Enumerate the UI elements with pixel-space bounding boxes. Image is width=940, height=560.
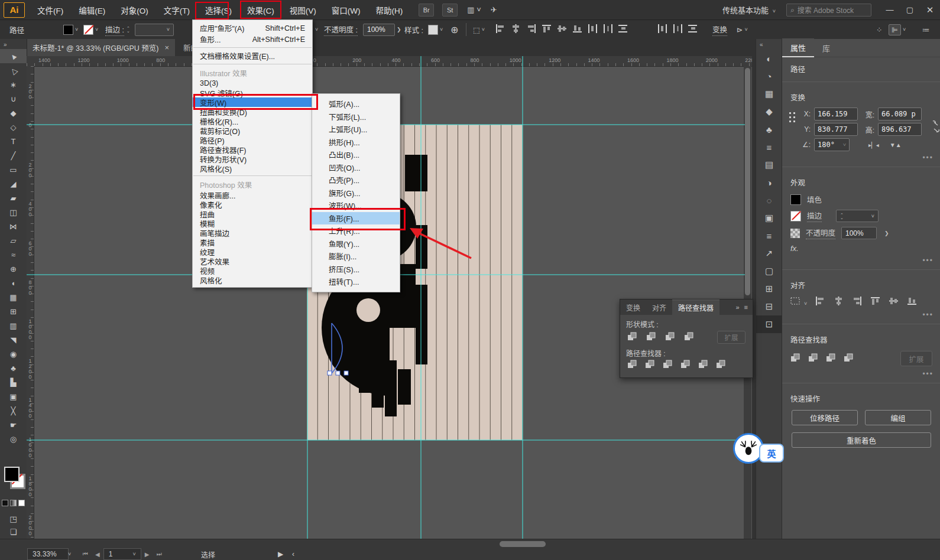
stroke-panel-icon[interactable]: ≡ (756, 138, 782, 156)
type-tool[interactable]: T (0, 134, 27, 148)
drawing-mode-icon[interactable]: ◳ (0, 512, 27, 526)
expand-button[interactable]: 扩展 (717, 331, 745, 344)
bounding-box-icon[interactable]: ⬚˅ (473, 20, 485, 39)
submenu-item-旗形(G)...[interactable]: 旗形(G)... (312, 187, 400, 200)
close-tab-icon[interactable]: × (164, 43, 169, 52)
transform-panel-icon[interactable]: ⊞ (756, 280, 782, 298)
fill-color-control[interactable]: ˅ (63, 20, 78, 39)
align-t-button[interactable] (542, 24, 552, 35)
graphic-styles-panel-icon[interactable]: ▣ (756, 209, 782, 227)
shape-mode-minus-front[interactable] (808, 353, 818, 364)
stroke-color-control[interactable]: ˅ (83, 20, 98, 39)
style-select[interactable]: ˅ (428, 20, 443, 39)
distribute-d3-button[interactable] (688, 24, 698, 35)
dock-collapse-icon[interactable]: « (756, 39, 782, 50)
magic-wand-tool[interactable]: ∗ (0, 77, 27, 92)
align-r-button[interactable] (526, 24, 536, 35)
shape-mode-exclude[interactable] (684, 332, 693, 343)
opacity-field[interactable]: 100%❯ (363, 20, 401, 39)
distribute-d1-button[interactable] (657, 24, 667, 35)
style-swatch[interactable] (428, 25, 438, 35)
align-l-button[interactable] (815, 297, 825, 307)
rectangle-tool[interactable]: ▭ (0, 162, 27, 177)
tab-libraries[interactable]: 库 (814, 39, 838, 57)
submenu-item-波形(W)...[interactable]: 波形(W)... (312, 199, 400, 212)
arrange-documents-icon[interactable]: ▥ ˅ (467, 5, 481, 14)
menubar-item-效果(C)[interactable]: 效果(C) (239, 0, 282, 19)
expand-button[interactable]: 扩展 (900, 351, 932, 366)
submenu-item-拱形(H)...[interactable]: 拱形(H)... (312, 136, 400, 149)
ime-mode-badge[interactable]: 英 (759, 444, 784, 463)
opacity-label[interactable]: 不透明度 (806, 227, 835, 239)
slice-tool[interactable]: ╳ (0, 403, 27, 418)
align-cv-button[interactable] (557, 24, 567, 35)
symbols-panel-icon[interactable]: ♣ (756, 121, 782, 138)
tab-properties[interactable]: 属性 (782, 38, 814, 57)
curvature-tool[interactable]: ◇ (0, 120, 27, 134)
comment-tool[interactable]: ◖ (0, 276, 27, 290)
menubar-item-帮助(H)[interactable]: 帮助(H) (368, 0, 410, 19)
bridge-button[interactable]: Br (419, 4, 434, 17)
submenu-item-凸出(B)...[interactable]: 凸出(B)... (312, 148, 400, 161)
opacity-field[interactable]: 100% (841, 227, 877, 239)
zoom-level-field[interactable]: 33.33% (27, 548, 69, 560)
mesh-tool[interactable]: ⊞ (0, 304, 27, 318)
menu-item-应用"鱼形"(A)[interactable]: 应用"鱼形"(A)Shift+Ctrl+E (193, 22, 312, 34)
align-ch-button[interactable] (834, 297, 844, 307)
width-field[interactable]: 66.089 p (878, 108, 922, 121)
workspace-switcher[interactable]: 传统基本功能 ˅ (722, 4, 776, 15)
stroke-swatch[interactable] (83, 25, 93, 35)
menubar-item-文件(F)[interactable]: 文件(F) (30, 0, 71, 19)
paintbrush-tool[interactable]: ◢ (0, 177, 27, 191)
status-play-icon[interactable]: ▶ (278, 549, 283, 559)
shape-mode-intersect[interactable] (665, 332, 675, 343)
angle-field[interactable]: 180°˅ (814, 138, 850, 151)
stroke-label[interactable]: 描边 (807, 210, 822, 222)
document-setup-icon[interactable]: ⊕ (450, 20, 458, 39)
shape-mode-exclude[interactable] (844, 353, 853, 364)
brush-definition-select[interactable]: ˅ (313, 20, 318, 39)
width-tool[interactable]: ≈ (0, 248, 27, 262)
group-button[interactable]: 编组 (865, 410, 931, 425)
shape-mode-intersect[interactable] (826, 353, 835, 364)
minimize-button[interactable]: — (880, 2, 900, 18)
submenu-item-凹壳(O)...[interactable]: 凹壳(O)... (312, 161, 400, 174)
transform-more-options[interactable]: ••• (782, 152, 940, 163)
distribute-d2-button[interactable] (673, 24, 683, 35)
opacity-label[interactable]: 不透明度 : (324, 20, 358, 39)
reference-point-grid[interactable] (788, 111, 795, 123)
submenu-item-弧形(A)...[interactable]: 弧形(A)... (312, 97, 400, 110)
close-button[interactable]: ✕ (920, 2, 940, 18)
submenu-item-鱼眼(Y)...[interactable]: 鱼眼(Y)... (312, 237, 400, 250)
panel-more-icon[interactable]: » (735, 304, 739, 311)
height-field[interactable]: 896.637 (878, 123, 922, 136)
gradient-panel-icon[interactable]: ▤ (756, 156, 782, 174)
align-l-button[interactable] (495, 24, 505, 35)
horizontal-scroll-thumb[interactable] (500, 541, 546, 547)
x-field[interactable]: 166.159 (814, 108, 858, 121)
shape-mode-minus-front[interactable] (646, 332, 656, 343)
shaper-tool[interactable]: ▰ (0, 191, 27, 205)
swatches-panel-icon[interactable]: ▦ (756, 85, 782, 103)
hand-tool[interactable]: ☛ (0, 418, 27, 432)
align-panel-icon[interactable]: ⊟ (756, 298, 782, 315)
align-to-selection-icon[interactable]: ˅ (790, 297, 807, 307)
maximize-button[interactable]: ▢ (900, 2, 920, 18)
submenu-item-鱼形(F)...[interactable]: 鱼形(F)... (312, 212, 400, 225)
y-field[interactable]: 830.777 (814, 123, 858, 136)
submenu-item-上升(R)...[interactable]: 上升(R)... (312, 224, 400, 237)
share-icon[interactable]: ✈ (491, 5, 497, 14)
stroke-weight-stepper[interactable]: ⌃⌄ (127, 20, 131, 39)
artboard-tool[interactable]: ▣ (0, 389, 27, 403)
offset-path-button[interactable]: 位移路径 (792, 410, 858, 425)
direct-selection-tool[interactable]: △ (0, 63, 27, 77)
menu-item-鱼形...[interactable]: 鱼形...Alt+Shift+Ctrl+E (193, 34, 312, 45)
reflect-tool[interactable]: ⋈ (0, 219, 27, 233)
appearance-panel-icon[interactable]: ◌ (756, 191, 782, 209)
transparency-panel-icon[interactable]: ◑ (756, 174, 782, 191)
gradient-button[interactable] (10, 500, 17, 506)
shape-mode-unite[interactable] (627, 332, 637, 343)
menubar-item-文字(T)[interactable]: 文字(T) (156, 0, 197, 19)
pathfinder-merge[interactable] (663, 360, 672, 371)
export-panel-icon[interactable]: ↗ (756, 245, 782, 262)
